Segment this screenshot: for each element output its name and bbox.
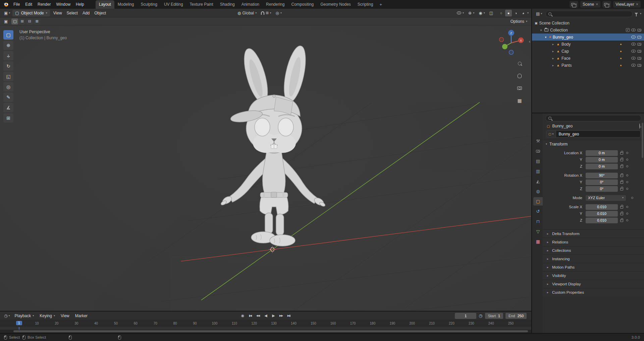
animate-dot[interactable] (626, 152, 628, 154)
scene-browse-button[interactable]: ▾ (570, 1, 578, 8)
tab-constraints[interactable]: ⊓ (533, 217, 543, 226)
object-name-field[interactable]: ▢ ▾ Bunny_geo (546, 130, 641, 137)
workspace-tab[interactable]: Shading (217, 0, 238, 9)
jump-to-start-button[interactable]: ▮◀ (247, 313, 254, 319)
editor-type-button[interactable]: ▣ ▾ (3, 10, 11, 16)
render-camera-icon[interactable] (637, 57, 641, 60)
start-frame-field[interactable]: Start 1 (485, 313, 503, 319)
number-field[interactable]: 0 m (586, 150, 618, 156)
add-cube-tool-button[interactable]: ⊞ (3, 113, 13, 123)
animate-dot[interactable] (631, 197, 633, 199)
sidebar-toggle-icon[interactable]: ‹ (529, 39, 530, 44)
workspace-tab[interactable]: Sculpting (138, 0, 161, 9)
lock-icon[interactable] (620, 175, 623, 177)
properties-section-header[interactable]: ▸ Relations (543, 238, 644, 246)
animate-dot[interactable] (626, 213, 628, 215)
add-workspace-button[interactable]: + (377, 2, 385, 7)
play-reverse-button[interactable]: ◀ (262, 313, 269, 319)
render-camera-icon[interactable] (637, 29, 641, 32)
box-select-tool-button[interactable]: ▢ (3, 30, 13, 40)
viewport-menu-item[interactable]: Add (80, 10, 92, 16)
collection-row[interactable]: ▾ Collection ✓ (532, 26, 644, 34)
tab-object[interactable]: ▢ (533, 197, 543, 206)
number-field[interactable]: 90° (586, 173, 618, 178)
cursor-tool-button[interactable]: ⊕ (3, 41, 13, 50)
topbar-menu-item[interactable]: Help (73, 1, 87, 8)
playhead-line[interactable] (19, 327, 19, 330)
number-field[interactable]: 0.010 (586, 211, 618, 217)
visibility-eye-icon[interactable] (631, 36, 636, 39)
render-camera-icon[interactable] (637, 50, 641, 53)
transform-tool-button[interactable]: ◎ (3, 82, 13, 92)
tab-render[interactable] (533, 147, 543, 155)
camera-view-icon[interactable] (516, 84, 523, 92)
mesh-object-row[interactable]: ▸ ▲ Pants ▲ (532, 62, 644, 69)
tool-settings-icon[interactable]: ▣ (3, 18, 9, 24)
tab-view-layer[interactable]: ▥ (533, 167, 543, 175)
properties-section-header[interactable]: ▸ Delta Transform (543, 229, 644, 238)
visibility-eye-icon[interactable] (631, 57, 636, 60)
shading-rendered-button[interactable]: ◕ (520, 10, 527, 16)
workspace-tab[interactable]: UV Editing (161, 0, 186, 9)
select-subtract-button[interactable]: ⊟ (26, 18, 33, 24)
number-field[interactable]: 0 m (586, 164, 618, 169)
lock-icon[interactable] (620, 206, 623, 209)
xray-toggle[interactable]: ◫ (488, 10, 495, 16)
current-frame-field[interactable]: 1 (455, 313, 476, 319)
properties-section-header[interactable]: ▸ Motion Paths (543, 263, 644, 271)
properties-scrollbar[interactable] (642, 123, 643, 158)
shading-wireframe-button[interactable]: ○ (498, 10, 504, 16)
lock-icon[interactable] (620, 181, 623, 184)
annotate-tool-button[interactable]: ✎ (3, 93, 13, 102)
visibility-eye-icon[interactable] (631, 50, 636, 53)
properties-section-header[interactable]: ▸ Instancing (543, 254, 644, 263)
animate-dot[interactable] (626, 206, 628, 208)
tab-output[interactable]: ▤ (533, 157, 543, 165)
zoom-icon[interactable] (516, 60, 523, 67)
chevron-down-icon[interactable]: ▾ (640, 12, 641, 15)
proportional-editing-toggle[interactable]: ◎ ▾ (274, 10, 284, 16)
lock-icon[interactable] (620, 213, 623, 215)
disclosure-open-icon[interactable]: ▾ (544, 36, 547, 39)
tab-tool[interactable]: ⚒ (533, 137, 543, 145)
viewport-menu-item[interactable]: View (51, 10, 64, 16)
select-intersect-button[interactable]: ⊠ (34, 18, 40, 24)
view-menu[interactable]: View (58, 312, 72, 319)
disclosure-closed-icon[interactable]: ▸ (551, 43, 555, 46)
pan-hand-icon[interactable] (516, 72, 523, 79)
animate-dot[interactable] (626, 165, 628, 167)
timeline-ruler[interactable]: 1020304050607080901001101201301401501601… (0, 320, 531, 327)
tab-physics[interactable]: ↺ (533, 207, 543, 216)
viewport-menu-item[interactable]: Object (92, 10, 108, 16)
playhead[interactable]: 1 (16, 321, 22, 325)
animate-dot[interactable] (626, 188, 628, 190)
viewlayer-browse-button[interactable]: ▾ (602, 1, 611, 8)
disclosure-closed-icon[interactable]: ▸ (551, 57, 555, 60)
number-field[interactable]: 0.010 (586, 204, 618, 210)
snap-toggle[interactable]: ⊞ ▾ (259, 10, 273, 15)
next-keyframe-button[interactable]: ▶▶ (278, 313, 284, 319)
gizmos-dropdown[interactable]: ⊕ ▾ (467, 10, 476, 16)
animate-dot[interactable] (626, 174, 628, 176)
visibility-dropdown[interactable]: ▾ (455, 11, 466, 15)
disclosure-open-icon[interactable]: ▾ (539, 29, 543, 32)
mesh-object-row[interactable]: ▸ ▲ Cap ▲ (532, 48, 644, 55)
scene-selector[interactable]: Scene × (580, 1, 600, 8)
topbar-menu-item[interactable]: Edit (22, 1, 35, 8)
select-extend-button[interactable]: ⊞ (19, 18, 25, 24)
tab-scene[interactable]: ◭ (533, 177, 543, 185)
overlays-dropdown[interactable]: ◉ ▾ (477, 10, 487, 16)
lock-icon[interactable] (620, 188, 623, 190)
prev-keyframe-button[interactable]: ◀◀ (255, 313, 261, 319)
orientation-dropdown[interactable]: ◍ Global ▾ (236, 10, 258, 16)
playback-menu[interactable]: Playback ▾ (12, 312, 37, 319)
select-set-button[interactable]: ▢ (11, 18, 18, 24)
unlink-scene-icon[interactable]: × (596, 2, 598, 7)
lock-icon[interactable] (620, 220, 623, 222)
keying-menu[interactable]: Keying ▾ (37, 312, 57, 319)
timeline-editor-type-button[interactable]: ◷ ▾ (3, 313, 11, 319)
filter-icon[interactable] (635, 13, 638, 15)
object-browse-button[interactable]: ▢ ▾ (546, 131, 556, 137)
topbar-menu-item[interactable]: Window (53, 1, 73, 8)
render-camera-icon[interactable] (637, 43, 641, 46)
